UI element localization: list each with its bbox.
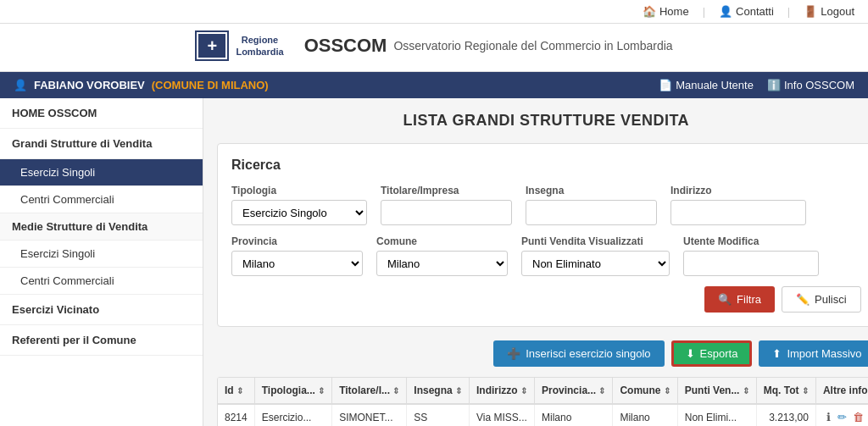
punti-field: Punti Vendita Visualizzati Non Eliminato bbox=[521, 235, 670, 276]
search-box: Ricerca Tipologia Esercizio Singolo Tito… bbox=[217, 143, 868, 327]
utente-field: Utente Modifica bbox=[683, 235, 819, 276]
provincia-select[interactable]: Milano bbox=[231, 251, 363, 276]
logo-text: RegioneLombardia bbox=[236, 34, 283, 58]
download-icon: ⬇ bbox=[686, 347, 695, 360]
indirizzo-field: Indirizzo bbox=[670, 185, 806, 225]
cell-id: 8214 bbox=[218, 404, 254, 426]
eraser-icon: ✏️ bbox=[796, 293, 810, 306]
comune-label: Comune bbox=[376, 235, 508, 247]
col-titolare[interactable]: Titolare/I... ⇕ bbox=[332, 378, 407, 404]
app-subtitle: Osservatorio Regionale del Commercio in … bbox=[393, 39, 672, 53]
cell-titolare: SIMONET... bbox=[332, 404, 407, 426]
sidebar-item-centri-commerciali-1[interactable]: Centri Commerciali bbox=[0, 186, 203, 213]
titolare-input[interactable] bbox=[381, 200, 512, 225]
punti-select[interactable]: Non Eliminato bbox=[521, 251, 670, 276]
main-layout: HOME OSSCOM Grandi Strutture di Vendita … bbox=[0, 98, 868, 426]
cell-altre-info: ℹ ✏ 🗑 bbox=[815, 404, 868, 426]
utente-label: Utente Modifica bbox=[683, 235, 819, 247]
insegna-field: Insegna bbox=[526, 185, 657, 225]
search-row-2: Provincia Milano Comune Milano Punti Ven… bbox=[231, 235, 861, 276]
sidebar-item-centri-commerciali-2[interactable]: Centri Commerciali bbox=[0, 268, 203, 295]
indirizzo-label: Indirizzo bbox=[670, 185, 806, 196]
app-name: OSSCOM bbox=[304, 35, 387, 57]
cell-indirizzo: Via MISS... bbox=[470, 404, 535, 426]
user-comune: (COMUNE DI MILANO) bbox=[152, 79, 269, 91]
search-row-1: Tipologia Esercizio Singolo Titolare/Imp… bbox=[231, 185, 861, 225]
insegna-input[interactable] bbox=[526, 200, 657, 225]
col-insegna[interactable]: Insegna ⇕ bbox=[407, 378, 470, 404]
manuale-link[interactable]: 📄 Manuale Utente bbox=[659, 79, 754, 91]
col-tipologia[interactable]: Tipologia... ⇕ bbox=[254, 378, 331, 404]
search-actions: 🔍 Filtra ✏️ Pulisci bbox=[231, 286, 861, 313]
filtra-button[interactable]: 🔍 Filtra bbox=[704, 286, 775, 313]
app-header: RegioneLombardia OSSCOM Osservatorio Reg… bbox=[0, 24, 868, 72]
sidebar-item-referenti[interactable]: Referenti per il Comune bbox=[0, 325, 203, 356]
tipologia-field: Tipologia Esercizio Singolo bbox=[231, 185, 367, 225]
cell-mq-tot: 3.213,00 bbox=[756, 404, 815, 426]
sidebar-item-home[interactable]: HOME OSSCOM bbox=[0, 98, 203, 129]
user-bar: 👤 FABIANO VOROBIEV (COMUNE DI MILANO) 📄 … bbox=[0, 72, 868, 98]
user-info: 👤 FABIANO VOROBIEV (COMUNE DI MILANO) bbox=[14, 79, 269, 91]
punti-label: Punti Vendita Visualizzati bbox=[521, 235, 670, 247]
user-name: FABIANO VOROBIEV bbox=[34, 79, 145, 91]
sidebar-item-grandi[interactable]: Grandi Strutture di Vendita bbox=[0, 129, 203, 159]
view-icon[interactable]: ℹ bbox=[825, 411, 832, 423]
user-icon: 👤 bbox=[14, 79, 27, 91]
search-title: Ricerca bbox=[231, 158, 861, 173]
col-altre-info[interactable]: Altre info bbox=[815, 378, 868, 404]
cell-tipologia: Esercizio... bbox=[254, 404, 331, 426]
indirizzo-input[interactable] bbox=[670, 200, 806, 225]
titolare-field: Titolare/Impresa bbox=[381, 185, 512, 225]
cell-provincia: Milano bbox=[535, 404, 613, 426]
info-icon: ℹ️ bbox=[767, 79, 781, 91]
inserisci-button[interactable]: ➕ Inserisci esercizio singolo bbox=[493, 340, 664, 367]
sidebar: HOME OSSCOM Grandi Strutture di Vendita … bbox=[0, 98, 203, 426]
contatti-link[interactable]: 👤 Contatti bbox=[719, 5, 774, 18]
sidebar-item-esercizi-singoli-2[interactable]: Esercizi Singoli bbox=[0, 241, 203, 268]
upload-icon: ⬆ bbox=[772, 347, 782, 360]
search-icon: 🔍 bbox=[718, 293, 732, 306]
cell-insegna: SS bbox=[407, 404, 470, 426]
main-content: LISTA GRANDI STRUTTURE VENDITA Ricerca T… bbox=[203, 98, 868, 426]
action-buttons: ➕ Inserisci esercizio singolo ⬇ Esporta … bbox=[217, 340, 868, 367]
utente-input[interactable] bbox=[683, 251, 819, 276]
cell-comune: Milano bbox=[613, 404, 677, 426]
home-icon: 🏠 bbox=[643, 5, 656, 18]
contatti-icon: 👤 bbox=[719, 5, 732, 18]
logout-icon: 🚪 bbox=[804, 5, 817, 18]
titolare-label: Titolare/Impresa bbox=[381, 185, 512, 196]
sidebar-item-medie[interactable]: Medie Strutture di Vendita bbox=[0, 213, 203, 241]
pulisci-button[interactable]: ✏️ Pulisci bbox=[782, 286, 861, 313]
user-bar-right: 📄 Manuale Utente ℹ️ Info OSSCOM bbox=[659, 79, 854, 91]
cell-punti: Non Elimi... bbox=[677, 404, 756, 426]
comune-select[interactable]: Milano bbox=[376, 251, 508, 276]
col-indirizzo[interactable]: Indirizzo ⇕ bbox=[470, 378, 535, 404]
provincia-field: Provincia Milano bbox=[231, 235, 363, 276]
page-title: LISTA GRANDI STRUTTURE VENDITA bbox=[217, 112, 868, 130]
delete-icon[interactable]: 🗑 bbox=[851, 411, 865, 423]
plus-icon: ➕ bbox=[507, 347, 520, 360]
tipologia-label: Tipologia bbox=[231, 185, 367, 196]
col-provincia[interactable]: Provincia... ⇕ bbox=[535, 378, 613, 404]
logout-link[interactable]: 🚪 Logout bbox=[804, 5, 854, 18]
results-table: Id ⇕ Tipologia... ⇕ Titolare/I... ⇕ bbox=[217, 377, 868, 426]
import-button[interactable]: ⬆ Import Massivo bbox=[759, 340, 868, 367]
table-row: 8214 Esercizio... SIMONET... SS Via MISS… bbox=[218, 404, 868, 426]
comune-field: Comune Milano bbox=[376, 235, 508, 276]
col-comune[interactable]: Comune ⇕ bbox=[613, 378, 677, 404]
col-id[interactable]: Id ⇕ bbox=[218, 378, 254, 404]
tipologia-select[interactable]: Esercizio Singolo bbox=[231, 200, 367, 225]
edit-icon[interactable]: ✏ bbox=[836, 411, 849, 423]
logo bbox=[195, 30, 229, 61]
info-link[interactable]: ℹ️ Info OSSCOM bbox=[767, 79, 854, 91]
home-link[interactable]: 🏠 Home bbox=[643, 5, 689, 18]
esporta-button[interactable]: ⬇ Esporta bbox=[671, 340, 753, 367]
sidebar-item-esercizi-singoli-1[interactable]: Esercizi Singoli bbox=[0, 159, 203, 186]
manuale-icon: 📄 bbox=[659, 79, 672, 91]
table-header-row: Id ⇕ Tipologia... ⇕ Titolare/I... ⇕ bbox=[218, 378, 868, 404]
col-punti[interactable]: Punti Ven... ⇕ bbox=[677, 378, 756, 404]
sidebar-item-vicinato[interactable]: Esercizi Vicinato bbox=[0, 295, 203, 325]
provincia-label: Provincia bbox=[231, 235, 363, 247]
insegna-label: Insegna bbox=[526, 185, 657, 196]
col-mq-tot[interactable]: Mq. Tot ⇕ bbox=[756, 378, 815, 404]
